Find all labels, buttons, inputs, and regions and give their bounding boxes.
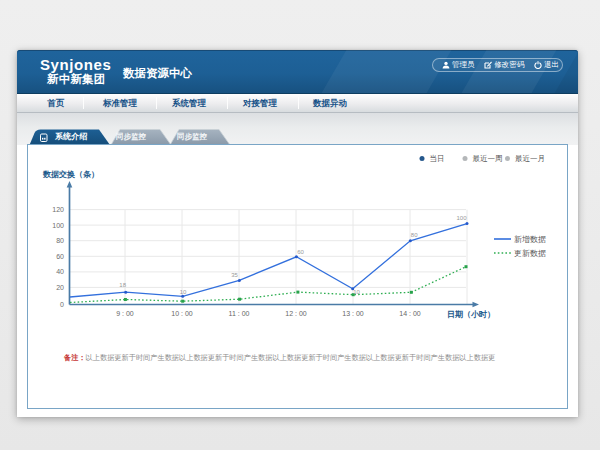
svg-text:最近一周: 最近一周 (473, 154, 503, 163)
svg-text:100: 100 (52, 222, 64, 229)
svg-text:9 : 00: 9 : 00 (116, 310, 134, 317)
svg-text:80: 80 (56, 237, 64, 244)
svg-text:新增数据: 新增数据 (514, 235, 546, 244)
svg-text:120: 120 (52, 206, 64, 213)
svg-text:13 : 00: 13 : 00 (342, 310, 364, 317)
svg-text:60: 60 (297, 249, 304, 255)
svg-text:0: 0 (60, 301, 64, 308)
svg-text:40: 40 (56, 268, 64, 275)
svg-text:10 : 00: 10 : 00 (171, 310, 193, 317)
svg-text:11 : 00: 11 : 00 (229, 310, 250, 317)
svg-text:12 : 00: 12 : 00 (285, 310, 307, 317)
svg-text:当日: 当日 (430, 154, 445, 163)
svg-text:最近一月: 最近一月 (515, 154, 545, 163)
svg-text:10: 10 (180, 289, 187, 295)
svg-text:20: 20 (56, 284, 64, 291)
svg-text:35: 35 (231, 272, 238, 278)
svg-text:18: 18 (119, 282, 126, 288)
svg-text:更新数据: 更新数据 (514, 249, 546, 258)
svg-text:14 : 00: 14 : 00 (399, 310, 421, 317)
svg-text:数据交换（条）: 数据交换（条） (42, 170, 99, 179)
svg-text:60: 60 (56, 253, 64, 260)
svg-text:10: 10 (353, 289, 360, 295)
svg-text:100: 100 (456, 215, 467, 221)
svg-text:日期（小时）: 日期（小时） (447, 310, 495, 319)
svg-text:80: 80 (411, 232, 418, 238)
